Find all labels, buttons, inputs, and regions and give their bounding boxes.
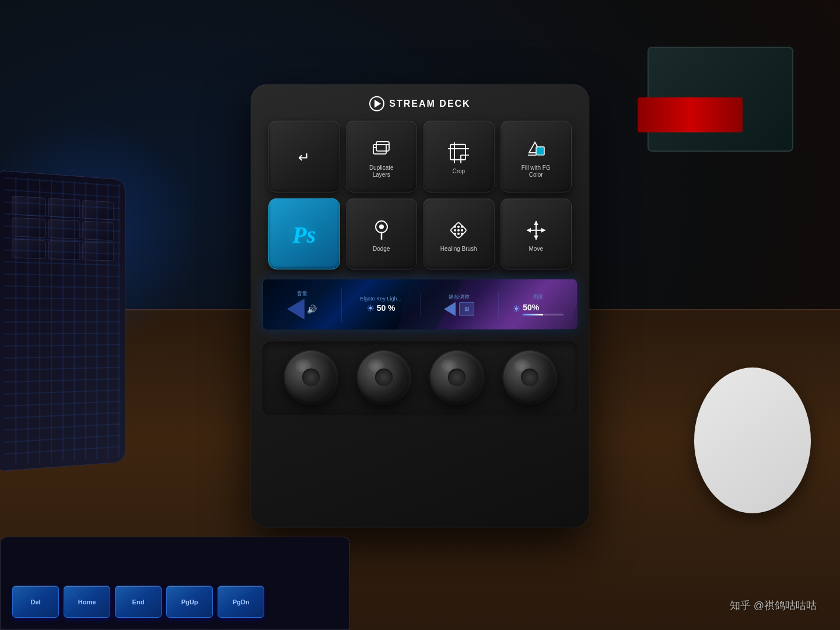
play-back-icon [444, 302, 456, 316]
playback-controls: ⊞ [444, 302, 474, 316]
duplicate-layers-label: DuplicateLayers [369, 164, 394, 178]
svg-point-20 [461, 229, 463, 232]
key-home[interactable]: Home [64, 586, 110, 618]
knob-1[interactable] [285, 351, 337, 404]
svg-point-21 [454, 233, 456, 235]
sun-icon: ☀ [366, 302, 374, 313]
brightness-sun-icon: ☀ [512, 303, 520, 314]
healing-brush-label: Healing Brush [440, 246, 477, 253]
red-accent [638, 97, 743, 132]
white-plate [694, 368, 811, 513]
lcd-keylight-value: 50 % [377, 303, 396, 313]
right-device [648, 47, 793, 152]
brightness-fill [523, 314, 543, 316]
photoshop-button[interactable]: Ps [268, 198, 340, 270]
move-button[interactable]: Move [501, 198, 572, 270]
svg-point-22 [457, 233, 460, 235]
svg-rect-1 [376, 142, 389, 151]
crop-button[interactable]: Crop [423, 121, 495, 192]
dodge-button[interactable]: Dodge [346, 198, 418, 270]
volume-indicator: 🔊 [287, 298, 317, 319]
lcd-playback-title: 播放调整 [424, 293, 495, 300]
key-pgdn[interactable]: PgDn [218, 586, 264, 618]
brightness-controls: ☀ 50% [512, 302, 564, 316]
key-pgup[interactable]: PgUp [166, 586, 213, 618]
fill-fg-color-label: Fill with FGColor [522, 164, 551, 178]
knob-4[interactable] [503, 351, 556, 404]
keyboard-bottom: Del Home End PgUp PgDn [0, 537, 350, 630]
dodge-label: Dodge [373, 246, 390, 253]
fill-color-icon [523, 136, 549, 162]
keylight-controls: ☀ 50 % [366, 302, 396, 313]
svg-point-19 [457, 229, 460, 232]
fill-fg-color-button[interactable]: Fill with FGColor [501, 121, 572, 192]
button-grid: ↵ DuplicateLayers Crop [262, 121, 578, 270]
svg-rect-0 [373, 145, 386, 154]
svg-marker-26 [534, 221, 538, 225]
stream-deck-logo-icon [369, 96, 384, 111]
svg-marker-27 [534, 236, 538, 240]
layers-icon [369, 136, 394, 162]
knob-4-container [503, 351, 556, 404]
back-arrow-icon: ↵ [298, 150, 310, 164]
svg-rect-9 [536, 147, 544, 155]
scene-icon: ⊞ [459, 302, 474, 316]
healing-brush-button[interactable]: Healing Brush [423, 198, 495, 270]
knob-2-container [358, 351, 410, 404]
svg-point-23 [461, 233, 463, 235]
volume-triangle [287, 298, 304, 319]
lcd-brightness-value: 50% [523, 303, 539, 312]
svg-point-15 [454, 226, 456, 228]
lcd-brightness-section[interactable]: 亮度 ☀ 50% [499, 291, 577, 318]
ps-logo: Ps [292, 221, 316, 249]
svg-rect-4 [450, 145, 466, 160]
brightness-right: 50% [523, 302, 564, 316]
move-label: Move [529, 246, 543, 253]
speaker-icon: 🔊 [307, 304, 317, 313]
keyboard-left: for(let i=0; i<9; i++){ document.current… [0, 170, 125, 471]
lcd-volume-title: 音量 [267, 289, 338, 297]
lcd-sections: 音量 🔊 Elgato Key Ligh... ☀ 50 % [263, 279, 577, 330]
watermark: 知乎 @祺鸽咕咕咕 [730, 598, 817, 612]
knobs-section [262, 342, 578, 415]
blue-keys-row: Del Home End PgUp PgDn [12, 586, 264, 618]
svg-point-16 [457, 226, 460, 228]
dodge-icon [369, 218, 394, 243]
key-del[interactable]: Del [12, 586, 59, 618]
knob-3[interactable] [430, 351, 483, 404]
lcd-strip: 音量 🔊 Elgato Key Ligh... ☀ 50 % [262, 279, 578, 330]
healing-brush-icon [446, 218, 471, 243]
crop-label: Crop [452, 168, 465, 175]
lcd-content: 音量 🔊 Elgato Key Ligh... ☀ 50 % [263, 279, 577, 330]
move-icon [523, 218, 549, 243]
lcd-playback-section[interactable]: 播放调整 ⊞ [421, 290, 499, 318]
duplicate-layers-button[interactable]: DuplicateLayers [346, 121, 418, 192]
svg-point-18 [454, 229, 456, 232]
knob-1-container [285, 351, 337, 404]
lcd-keylight-section[interactable]: Elgato Key Ligh... ☀ 50 % [342, 293, 421, 316]
svg-marker-29 [541, 228, 545, 233]
stream-deck-device: STREAM DECK ↵ DuplicateLayers [251, 85, 589, 528]
lcd-keylight-title: Elgato Key Ligh... [345, 295, 416, 301]
deck-header: STREAM DECK [369, 96, 470, 111]
deck-title: STREAM DECK [389, 99, 470, 109]
svg-point-17 [461, 226, 463, 228]
brightness-bar [523, 314, 564, 316]
svg-marker-28 [527, 228, 531, 233]
crop-icon [446, 140, 471, 166]
lcd-volume-section[interactable]: 音量 🔊 [263, 287, 342, 321]
svg-point-12 [379, 225, 384, 229]
back-button[interactable]: ↵ [268, 121, 340, 192]
knob-3-container [430, 351, 483, 404]
key-end[interactable]: End [115, 586, 162, 618]
knob-2[interactable] [358, 351, 410, 404]
lcd-brightness-title: 亮度 [502, 293, 573, 301]
